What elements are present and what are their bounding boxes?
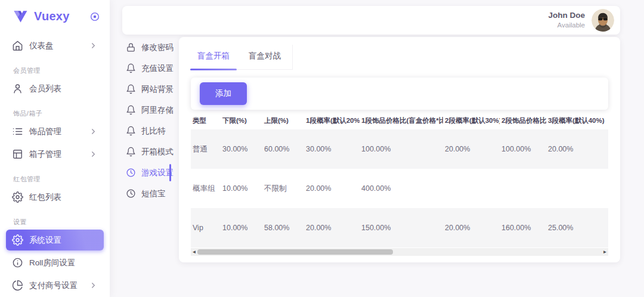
settings-menu-item[interactable]: 开箱模式 — [110, 141, 179, 162]
sidebar-nav: 仪表盘会员管理会员列表饰品/箱子饰品管理箱子管理红包管理红包列表设置系统设置Ro… — [0, 30, 110, 297]
bell-icon — [126, 84, 136, 94]
sidebar-item[interactable]: 红包列表 — [6, 187, 104, 208]
table-head: 类型下限(%)上限(%)1段概率(默认20%)1段饰品价格比(盲盒价格*比例)2… — [191, 112, 608, 129]
scroll-left-arrow[interactable]: ◄ — [191, 248, 197, 256]
info-icon — [12, 257, 23, 268]
table-header-row: 类型下限(%)上限(%)1段概率(默认20%)1段饰品价格比(盲盒价格*比例)2… — [191, 112, 608, 129]
settings-menu-item-label: 充值设置 — [141, 63, 174, 74]
table-cell: 400.00% — [360, 169, 443, 208]
table-header-cell: 3段概率(默认40%) — [546, 112, 608, 129]
table-cell — [443, 169, 500, 208]
table-cell: 20.00% — [443, 129, 500, 169]
settings-menu-item[interactable]: 修改密码 — [110, 37, 179, 58]
settings-menu-item-label: 阿里存储 — [141, 105, 174, 116]
lock-icon — [126, 42, 136, 52]
table-cell: Vip — [191, 208, 221, 248]
home-icon — [12, 40, 23, 51]
main-card: 盲盒开箱盲盒对战 添加 类型下限(%)上限(%)1段概率(默认20%)1段饰品价… — [179, 37, 620, 262]
table-row: Vip10.00%58.00%20.00%150.00%20.00%160.00… — [191, 208, 608, 248]
table-cell: 30.00% — [304, 129, 360, 169]
table-header-cell: 1段饰品价格比(盲盒价格*比例) — [360, 112, 443, 129]
table-header-cell: 上限(%) — [262, 112, 304, 129]
sidebar-section-label: 饰品/箱子 — [13, 109, 100, 118]
sidebar-item[interactable]: 支付商号设置 — [6, 275, 104, 296]
gear-icon — [12, 191, 23, 203]
settings-menu-item[interactable]: 阿里存储 — [110, 100, 179, 120]
bell-icon — [126, 63, 136, 73]
table-cell — [500, 169, 546, 208]
table-cell: 25.00% — [546, 208, 608, 248]
sidebar-section-label: 会员管理 — [13, 66, 100, 75]
chevron-right-icon — [89, 150, 98, 159]
sidebar-item[interactable]: 系统设置 — [6, 230, 104, 250]
table-cell: 100.00% — [360, 129, 443, 169]
sidebar-item[interactable]: 箱子管理 — [6, 144, 104, 165]
settings-menu-item-label: 游戏设置 — [141, 168, 174, 178]
sidebar-item[interactable]: 饰品管理 — [6, 121, 104, 142]
sidebar-item-label: 仪表盘 — [29, 41, 54, 51]
table-header-cell: 2段概率(默认30%) — [443, 112, 500, 129]
settings-menu-item[interactable]: 充值设置 — [110, 58, 179, 79]
table-cell: 20.00% — [304, 169, 360, 208]
sidebar-item[interactable]: 仪表盘 — [6, 35, 104, 56]
sidebar-item-label: 红包列表 — [29, 192, 61, 203]
sidebar-section-label: 红包管理 — [13, 175, 100, 184]
table-body: 普通30.00%60.00%30.00%100.00%20.00%100.00%… — [191, 129, 608, 248]
table-row: 普通30.00%60.00%30.00%100.00%20.00%100.00%… — [191, 129, 608, 169]
table-cell: 150.00% — [360, 208, 443, 248]
sidebar-section-label: 设置 — [13, 218, 100, 227]
sidebar-item-label: 支付商号设置 — [29, 280, 78, 291]
sidebar-item-label: Roll房间设置 — [29, 258, 75, 268]
user-info: John Doe Available — [548, 11, 585, 29]
toolbar-card: 添加 — [191, 78, 608, 110]
settings-menu-item-label: 扎比特 — [141, 126, 166, 137]
tab-1[interactable]: 盲盒对战 — [241, 45, 289, 69]
bell-icon — [126, 105, 136, 115]
scrollbar-thumb[interactable] — [197, 249, 393, 255]
table-cell: 30.00% — [221, 129, 262, 169]
settings-menu-item[interactable]: 短信宝 — [110, 183, 179, 204]
sidebar-item[interactable]: 会员列表 — [6, 78, 104, 99]
clock-icon — [126, 188, 136, 199]
settings-menu-item-label: 修改密码 — [141, 42, 174, 53]
table-header-cell: 类型 — [191, 112, 221, 129]
scroll-right-arrow[interactable]: ► — [602, 248, 608, 256]
settings-menu-item[interactable]: 网站背景 — [110, 79, 179, 100]
table-cell: 100.00% — [500, 129, 546, 169]
menu-pin-icon[interactable] — [89, 11, 100, 22]
table-header-cell: 2段饰品价格比 — [500, 112, 546, 129]
settings-menu-item[interactable]: 扎比特 — [110, 120, 179, 141]
settings-menu-item-label: 开箱模式 — [141, 147, 174, 157]
table-cell: 概率组 — [191, 169, 221, 208]
sidebar-item[interactable]: Roll房间设置 — [6, 252, 104, 273]
clock-icon — [126, 168, 136, 178]
user-status: Available — [548, 21, 585, 29]
table-row: 概率组10.00%不限制20.00%400.00% — [191, 169, 608, 208]
table-header-cell: 1段概率(默认20%) — [304, 112, 360, 129]
settings-menu-item[interactable]: 游戏设置 — [110, 162, 179, 183]
chevron-right-icon — [89, 281, 98, 290]
add-button[interactable]: 添加 — [200, 82, 247, 105]
sidebar-item-label: 饰品管理 — [29, 126, 61, 137]
sidebar-item-label: 会员列表 — [29, 83, 61, 94]
user-name: John Doe — [548, 11, 585, 21]
settings-menu: 修改密码充值设置网站背景阿里存储扎比特开箱模式游戏设置短信宝 — [110, 37, 179, 204]
table-cell: 普通 — [191, 129, 221, 169]
logo-row: Vuexy — [0, 0, 110, 30]
table-cell: 10.00% — [221, 169, 262, 208]
bell-icon — [126, 147, 136, 157]
avatar[interactable] — [592, 9, 614, 32]
header-card: John Doe Available — [122, 6, 620, 35]
table-cell: 160.00% — [500, 208, 546, 248]
settings-menu-item-label: 短信宝 — [141, 188, 166, 199]
settings-table: 类型下限(%)上限(%)1段概率(默认20%)1段饰品价格比(盲盒价格*比例)2… — [191, 112, 608, 248]
tab-strip: 盲盒开箱盲盒对战 — [179, 37, 620, 70]
table-cell: 20.00% — [304, 208, 360, 248]
brand-name: Vuexy — [34, 10, 89, 23]
table-cell: 20.00% — [443, 208, 500, 248]
tab-0[interactable]: 盲盒开箱 — [190, 45, 237, 69]
table-cell: 20.00% — [546, 129, 608, 169]
bell-icon — [126, 126, 136, 136]
chevron-right-icon — [89, 41, 98, 50]
h-scrollbar[interactable]: ◄ ► — [191, 248, 608, 256]
